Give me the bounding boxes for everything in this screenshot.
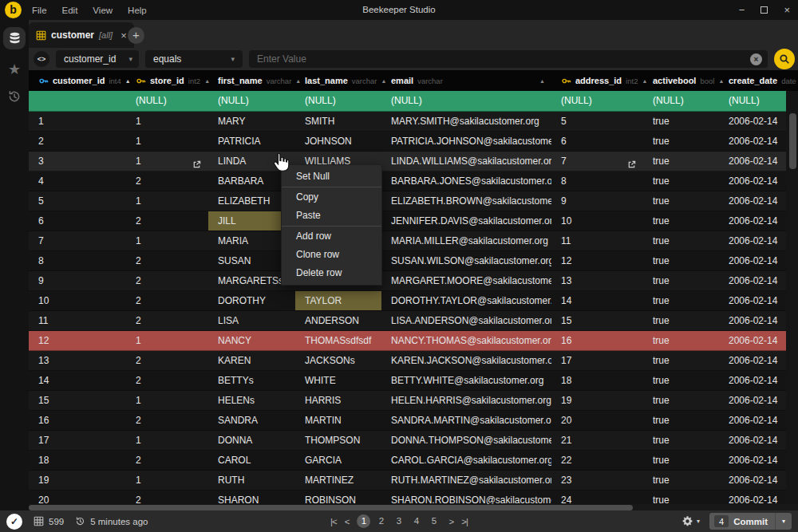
- vertical-scrollbar-thumb[interactable]: [789, 113, 796, 169]
- cell-first_name[interactable]: (NULL): [208, 91, 295, 111]
- cell-address_id[interactable]: 5: [551, 112, 643, 131]
- cell-store_id[interactable]: (NULL): [126, 91, 208, 111]
- prev-page-button[interactable]: <: [345, 517, 350, 526]
- cell-store_id[interactable]: 1: [126, 231, 208, 250]
- cell-customer_id[interactable]: 12: [29, 331, 126, 350]
- cell-last_name[interactable]: WHITE: [295, 371, 381, 390]
- history-icon[interactable]: [0, 89, 29, 104]
- cell-store_id[interactable]: 1: [126, 152, 208, 171]
- cell-last_name[interactable]: GARCIA: [295, 451, 381, 470]
- cell-first_name[interactable]: SANDRA: [208, 411, 295, 430]
- table-row[interactable]: 191RUTHMARTINEZRUTH.MARTINEZ@sakilacusto…: [29, 471, 798, 491]
- horizontal-scrollbar-thumb[interactable]: [29, 505, 633, 510]
- cell-email[interactable]: LISA.ANDERSON@sakilacustomer.org: [381, 311, 551, 330]
- cell-activebool[interactable]: true: [643, 112, 719, 131]
- sort-asc-icon[interactable]: ▲: [539, 78, 545, 84]
- menu-file[interactable]: File: [32, 6, 47, 15]
- cell-email[interactable]: ELIZABETH.BROWN@sakilacustomer.org: [381, 191, 551, 211]
- cell-address_id[interactable]: 13: [551, 271, 643, 290]
- cell-first_name[interactable]: DOROTHY: [208, 291, 295, 310]
- cell-customer_id[interactable]: 18: [29, 451, 126, 470]
- cell-store_id[interactable]: 1: [126, 331, 208, 350]
- cell-activebool[interactable]: true: [643, 291, 719, 310]
- last-page-button[interactable]: >|: [461, 517, 468, 526]
- cell-last_name[interactable]: ANDERSON: [295, 311, 381, 330]
- cell-email[interactable]: DOROTHY.TAYLOR@sakilacustomer.org: [381, 291, 551, 310]
- cell-email[interactable]: LINDA.WILLIAMS@sakilacustomer.org: [381, 152, 551, 171]
- cell-store_id[interactable]: 2: [126, 451, 208, 470]
- open-foreign-key-icon[interactable]: [192, 156, 201, 171]
- cell-email[interactable]: SANDRA.MARTIN@sakilacustomer.org: [381, 411, 551, 430]
- cell-customer_id[interactable]: 14: [29, 371, 126, 390]
- cell-store_id[interactable]: 1: [126, 112, 208, 131]
- context-menu-item-set-null[interactable]: Set Null: [282, 167, 381, 186]
- cell-activebool[interactable]: true: [643, 471, 719, 490]
- cell-last_name[interactable]: (NULL): [295, 91, 381, 111]
- tab-customer[interactable]: customer [all] ×: [29, 22, 134, 48]
- cell-first_name[interactable]: BETTYs: [208, 371, 295, 390]
- page-button-4[interactable]: 4: [410, 514, 424, 528]
- cell-store_id[interactable]: 2: [126, 311, 208, 330]
- connection-status-icon[interactable]: ✓: [6, 514, 22, 530]
- cell-store_id[interactable]: 1: [126, 132, 208, 151]
- cell-email[interactable]: BETTY.WHITE@sakilacustomer.org: [381, 371, 551, 390]
- cell-customer_id[interactable]: 9: [29, 271, 126, 290]
- cell-customer_id[interactable]: 7: [29, 231, 126, 250]
- cell-address_id[interactable]: 19: [551, 391, 643, 410]
- cell-store_id[interactable]: 1: [126, 431, 208, 450]
- cell-activebool[interactable]: true: [643, 191, 719, 211]
- new-tab-button[interactable]: +: [128, 27, 144, 44]
- filter-operator-select[interactable]: equals ▾: [145, 50, 243, 68]
- cell-store_id[interactable]: 1: [126, 391, 208, 410]
- tab-close-icon[interactable]: ×: [120, 30, 127, 41]
- cell-last_name[interactable]: TAYLOR: [295, 291, 381, 310]
- table-row[interactable]: 151HELENsHARRISHELEN.HARRIS@sakilacustom…: [29, 391, 798, 411]
- column-header-address_id[interactable]: address_idint2▲: [551, 70, 643, 91]
- cell-store_id[interactable]: 2: [126, 291, 208, 310]
- cell-address_id[interactable]: 22: [551, 451, 643, 470]
- cell-last_name[interactable]: MARTINEZ: [295, 471, 381, 490]
- cell-address_id[interactable]: 10: [551, 211, 643, 231]
- cell-customer_id[interactable]: 15: [29, 391, 126, 410]
- cell-store_id[interactable]: 2: [126, 351, 208, 370]
- pending-insert-row[interactable]: (NULL)(NULL)(NULL)(NULL)(NULL)(NULL)(NUL…: [29, 91, 798, 112]
- column-header-create_date[interactable]: create_datedate▲: [719, 70, 798, 91]
- cell-last_name[interactable]: JOHNSON: [295, 132, 381, 151]
- favorites-icon[interactable]: ★: [0, 62, 29, 77]
- table-row[interactable]: 51ELIZABETHBROWNELIZABETH.BROWN@sakilacu…: [29, 191, 798, 211]
- cell-activebool[interactable]: true: [643, 251, 719, 270]
- table-row[interactable]: 71MARIAMILLERMARIA.MILLER@sakilacustomer…: [29, 231, 798, 251]
- cell-activebool[interactable]: true: [643, 391, 719, 410]
- table-row[interactable]: 182CAROLGARCIACAROL.GARCIA@sakilacustome…: [29, 451, 798, 471]
- chevron-down-icon[interactable]: ▾: [697, 518, 700, 525]
- close-button[interactable]: ×: [784, 0, 790, 20]
- gear-icon[interactable]: [681, 515, 693, 527]
- cell-last_name[interactable]: MARTIN: [295, 411, 381, 430]
- cell-email[interactable]: BARBARA.JONES@sakilacustomer.org: [381, 171, 551, 191]
- cell-email[interactable]: MARY.SMITH@sakilacustomer.org: [381, 112, 551, 131]
- table-row[interactable]: 112LISAANDERSONLISA.ANDERSON@sakilacusto…: [29, 311, 798, 331]
- cell-email[interactable]: PATRICIA.JOHNSON@sakilacustomer.org: [381, 132, 551, 151]
- cell-email[interactable]: MARGARET.MOORE@sakilacustomer.org: [381, 271, 551, 290]
- column-header-customer_id[interactable]: customer_idint4▲: [29, 70, 126, 91]
- page-button-2[interactable]: 2: [375, 514, 389, 528]
- cell-last_name[interactable]: SMITH: [295, 112, 381, 131]
- cell-first_name[interactable]: PATRICIA: [208, 132, 295, 151]
- cell-customer_id[interactable]: 6: [29, 211, 126, 231]
- page-button-3[interactable]: 3: [393, 514, 406, 528]
- column-header-email[interactable]: emailvarchar▲: [381, 70, 551, 91]
- filter-value-input[interactable]: [249, 50, 768, 68]
- cell-activebool[interactable]: true: [643, 231, 719, 250]
- commit-button[interactable]: 4 Commit ▾: [709, 513, 792, 530]
- table-row[interactable]: 62JILLDAVISJENNIFER.DAVIS@sakilacustomer…: [29, 211, 798, 231]
- cell-activebool[interactable]: true: [643, 271, 719, 290]
- cell-first_name[interactable]: LISA: [208, 311, 295, 330]
- cell-customer_id[interactable]: 1: [29, 112, 126, 131]
- cell-store_id[interactable]: 2: [126, 411, 208, 430]
- cell-customer_id[interactable]: 16: [29, 411, 126, 430]
- cell-activebool[interactable]: true: [643, 451, 719, 470]
- cell-email[interactable]: SUSAN.WILSON@sakilacustomer.org: [381, 251, 551, 270]
- first-page-button[interactable]: |<: [330, 517, 337, 526]
- cell-email[interactable]: MARIA.MILLER@sakilacustomer.org: [381, 231, 551, 250]
- cell-email[interactable]: DONNA.THOMPSON@sakilacustomer.org: [381, 431, 551, 450]
